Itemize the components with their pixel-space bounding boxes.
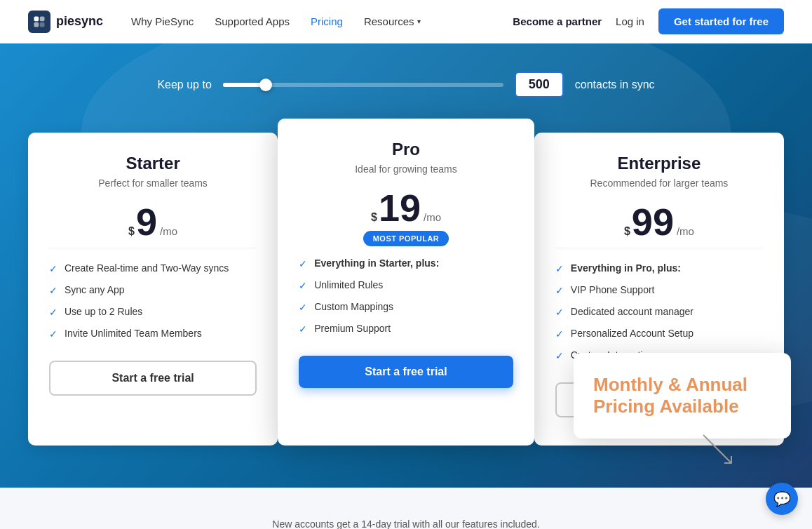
starter-dollar: $ [128,225,135,238]
badge-row: MOST POPULAR [299,231,513,257]
starter-mo: /mo [160,225,177,237]
check-icon: ✓ [555,328,564,340]
nav-resources[interactable]: Resources ▾ [364,15,421,27]
become-partner-link[interactable]: Become a partner [513,15,602,27]
check-icon: ✓ [555,307,564,318]
pro-title: Pro [299,140,513,159]
slider-thumb[interactable] [259,79,272,91]
list-item: ✓ Invite Unlimited Team Members [49,328,257,340]
list-item: ✓ Unlimited Rules [299,279,513,291]
pro-dollar: $ [371,211,377,224]
list-item: ✓ Everything in Pro, plus: [555,262,763,274]
enterprise-subtitle: Recommended for larger teams [555,178,763,189]
tooltip-text: Monthly & Annual Pricing Available [593,374,771,417]
check-icon: ✓ [299,258,307,269]
enterprise-title: Enterprise [555,154,763,173]
pricing-area: Starter Perfect for smaller teams $ 9 /m… [0,119,812,446]
tooltip-arrow-icon [700,431,735,467]
contacts-slider-section: Keep up to 500 contacts in sync [0,65,812,119]
svg-rect-0 [34,16,39,21]
list-item: ✓ Premium Support [299,323,513,335]
check-icon: ✓ [49,328,57,340]
logo-icon [28,11,50,33]
pro-amount: 19 [379,189,421,227]
list-item: ✓ Dedicated account manager [555,306,763,318]
starter-divider [49,248,257,248]
svg-rect-3 [40,22,45,27]
slider-track[interactable] [223,83,503,87]
check-icon: ✓ [299,323,307,335]
chat-icon: 💬 [773,490,791,507]
starter-price: $ 9 /mo [49,203,257,241]
chevron-down-icon: ▾ [417,18,421,25]
get-started-button[interactable]: Get started for free [658,8,784,34]
check-icon: ✓ [49,285,57,296]
list-item: ✓ VIP Phone Support [555,284,763,296]
enterprise-price: $ 99 /mo [555,203,763,241]
enterprise-divider [555,248,763,248]
starter-features: ✓ Create Real-time and Two-Way syncs ✓ S… [49,262,257,340]
footer-note: New accounts get a 14-day trial with all… [0,518,812,529]
starter-title: Starter [49,154,257,173]
list-item: ✓ Use up to 2 Rules [49,306,257,318]
pro-features: ✓ Everything in Starter, plus: ✓ Unlimit… [299,257,513,335]
navbar: piesync Why PieSync Supported Apps Prici… [0,0,812,43]
starter-cta-button[interactable]: Start a free trial [49,361,257,396]
svg-line-4 [703,435,731,463]
enterprise-mo: /mo [677,225,694,237]
svg-rect-1 [40,16,45,21]
pro-price: $ 19 /mo [299,189,513,227]
svg-rect-2 [34,22,39,27]
contacts-value[interactable]: 500 [515,72,564,98]
login-link[interactable]: Log in [616,15,644,27]
nav-pricing[interactable]: Pricing [311,15,343,27]
starter-subtitle: Perfect for smaller teams [49,178,257,189]
enterprise-dollar: $ [624,225,630,238]
nav-links: Why PieSync Supported Apps Pricing Resou… [131,15,513,27]
hero-section: Keep up to 500 contacts in sync Starter … [0,43,812,488]
list-item: ✓ Sync any App [49,284,257,296]
pro-card: Pro Ideal for growing teams $ 19 /mo MOS… [278,119,534,446]
slider-fill [223,83,265,87]
starter-card: Starter Perfect for smaller teams $ 9 /m… [28,133,278,446]
support-chat-button[interactable]: 💬 [766,483,798,515]
check-icon: ✓ [555,285,564,296]
logo[interactable]: piesync [28,11,103,33]
enterprise-features: ✓ Everything in Pro, plus: ✓ VIP Phone S… [555,262,763,361]
list-item: ✓ Everything in Starter, plus: [299,257,513,269]
check-icon: ✓ [555,263,564,274]
check-icon: ✓ [299,280,307,291]
most-popular-badge: MOST POPULAR [363,231,449,246]
contacts-suffix: contacts in sync [575,79,655,91]
enterprise-amount: 99 [632,203,674,241]
check-icon: ✓ [49,307,57,318]
bottom-section: New accounts get a 14-day trial with all… [0,488,812,529]
list-item: ✓ Create Real-time and Two-Way syncs [49,262,257,274]
nav-right: Become a partner Log in Get started for … [513,8,784,34]
keep-up-label: Keep up to [157,79,211,91]
logo-text: piesync [56,14,103,29]
starter-amount: 9 [136,203,157,241]
check-icon: ✓ [555,350,564,361]
monthly-annual-tooltip: Monthly & Annual Pricing Available [574,353,791,438]
pro-cta-button[interactable]: Start a free trial [299,356,513,388]
check-icon: ✓ [49,263,57,274]
pro-mo: /mo [424,211,441,223]
nav-why-piesync[interactable]: Why PieSync [131,15,194,27]
nav-supported-apps[interactable]: Supported Apps [215,15,290,27]
check-icon: ✓ [299,302,307,313]
list-item: ✓ Custom Mappings [299,301,513,313]
list-item: ✓ Personalized Account Setup [555,328,763,340]
pro-subtitle: Ideal for growing teams [299,163,513,175]
